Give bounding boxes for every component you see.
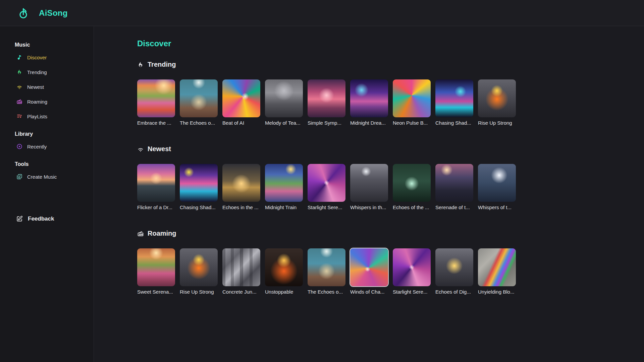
flame-icon bbox=[16, 69, 22, 75]
album-art bbox=[308, 248, 345, 286]
app-window: AiSong MusicDiscoverTrendingNewestRoamin… bbox=[0, 0, 644, 362]
album-art bbox=[222, 248, 260, 286]
song-tile-neon-pulse-b[interactable]: Neon Pulse B... bbox=[393, 79, 431, 126]
song-tile-chasing-shad[interactable]: Chasing Shad... bbox=[180, 164, 218, 210]
song-title: Sweet Serena... bbox=[137, 289, 175, 295]
album-art bbox=[265, 79, 303, 117]
song-tile-the-echoes-o[interactable]: The Echoes o... bbox=[180, 79, 218, 126]
song-tile-sweet-serena[interactable]: Sweet Serena... bbox=[137, 248, 175, 295]
album-art bbox=[265, 164, 303, 202]
music-note-logo-icon bbox=[17, 7, 30, 19]
song-title: Flicker of a Dr... bbox=[137, 204, 175, 210]
song-tile-starlight-sere[interactable]: Starlight Sere... bbox=[393, 248, 431, 295]
sidebar-item-label: Newest bbox=[27, 84, 44, 90]
album-art bbox=[180, 79, 218, 117]
song-tile-winds-of-cha[interactable]: Winds of Cha... bbox=[350, 248, 388, 295]
album-art bbox=[478, 79, 516, 117]
section-title: Newest bbox=[148, 145, 171, 153]
song-tile-echoes-of-dig[interactable]: Echoes of Dig... bbox=[435, 248, 473, 295]
song-tile-beat-of-ai[interactable]: Beat of AI bbox=[222, 79, 260, 126]
song-tile-midnight-train[interactable]: Midnight Train bbox=[265, 164, 303, 210]
song-title: Starlight Sere... bbox=[308, 204, 345, 210]
song-title: Serenade of t... bbox=[435, 204, 473, 210]
section-header: Trending bbox=[137, 61, 631, 68]
song-title: Unstoppable bbox=[265, 289, 303, 295]
song-tile-rise-up-strong[interactable]: Rise Up Strong bbox=[478, 79, 516, 126]
song-tile-serenade-of-t[interactable]: Serenade of t... bbox=[435, 164, 473, 210]
song-title: Concrete Jun... bbox=[222, 289, 260, 295]
song-tile-concrete-jun[interactable]: Concrete Jun... bbox=[222, 248, 260, 295]
song-title: Melody of Tea... bbox=[265, 120, 303, 126]
album-art bbox=[393, 248, 431, 286]
album-art bbox=[222, 164, 260, 202]
album-art bbox=[137, 164, 175, 202]
song-tile-melody-of-tea[interactable]: Melody of Tea... bbox=[265, 79, 303, 126]
song-title: Winds of Cha... bbox=[350, 289, 388, 295]
sidebar-item-label: PlayLists bbox=[27, 114, 47, 119]
song-tile-flicker-of-a-dr[interactable]: Flicker of a Dr... bbox=[137, 164, 175, 210]
song-tile-chasing-shad[interactable]: Chasing Shad... bbox=[435, 79, 473, 126]
wifi-icon bbox=[16, 84, 22, 90]
sidebar-item-discover[interactable]: Discover bbox=[0, 50, 94, 65]
section-newest: NewestFlicker of a Dr...Chasing Shad...E… bbox=[137, 145, 631, 210]
album-art bbox=[393, 164, 431, 202]
tile-row: Flicker of a Dr...Chasing Shad...Echoes … bbox=[137, 164, 631, 210]
sidebar-item-playlists[interactable]: PlayLists bbox=[0, 109, 94, 124]
sections: TrendingEmbrace the ...The Echoes o...Be… bbox=[137, 61, 631, 295]
section-roaming: RoamingSweet Serena...Rise Up StrongConc… bbox=[137, 230, 631, 295]
song-tile-simple-symp[interactable]: Simple Symp... bbox=[308, 79, 345, 126]
sidebar-groups: MusicDiscoverTrendingNewestRoamingPlayLi… bbox=[0, 40, 94, 189]
album-art bbox=[137, 79, 175, 117]
song-title: Midnight Drea... bbox=[350, 120, 388, 126]
tile-row: Embrace the ...The Echoes o...Beat of AI… bbox=[137, 79, 631, 126]
section-header: Newest bbox=[137, 145, 631, 153]
song-title: Beat of AI bbox=[222, 120, 260, 126]
song-title: Whispers in th... bbox=[350, 204, 388, 210]
song-title: Echoes of Dig... bbox=[435, 289, 473, 295]
song-tile-midnight-drea[interactable]: Midnight Drea... bbox=[350, 79, 388, 126]
sidebar-item-create-music[interactable]: Create Music bbox=[0, 169, 94, 184]
song-title: Midnight Train bbox=[265, 204, 303, 210]
sidebar-group-title: Library bbox=[0, 129, 94, 139]
sidebar-item-label: Discover bbox=[27, 55, 47, 60]
album-art bbox=[137, 248, 175, 286]
song-title: Unyielding Blo... bbox=[478, 289, 516, 295]
album-art bbox=[265, 248, 303, 286]
sidebar-item-trending[interactable]: Trending bbox=[0, 65, 94, 79]
song-title: Starlight Sere... bbox=[393, 289, 431, 295]
album-art bbox=[435, 164, 473, 202]
album-art bbox=[435, 79, 473, 117]
song-tile-the-echoes-o[interactable]: The Echoes o... bbox=[308, 248, 345, 295]
album-art bbox=[308, 79, 345, 117]
song-tile-whispers-of-t[interactable]: Whispers of t... bbox=[478, 164, 516, 210]
song-tile-starlight-sere[interactable]: Starlight Sere... bbox=[308, 164, 345, 210]
sidebar-item-newest[interactable]: Newest bbox=[0, 79, 94, 94]
song-tile-unstoppable[interactable]: Unstoppable bbox=[265, 248, 303, 295]
sidebar-item-roaming[interactable]: Roaming bbox=[0, 94, 94, 109]
feedback-label: Feedback bbox=[28, 216, 54, 222]
album-art bbox=[180, 248, 218, 286]
section-trending: TrendingEmbrace the ...The Echoes o...Be… bbox=[137, 61, 631, 126]
song-title: The Echoes o... bbox=[308, 289, 345, 295]
sidebar-item-label: Trending bbox=[27, 69, 47, 75]
sidebar-group-tools: ToolsCreate Music bbox=[0, 159, 94, 184]
song-tile-rise-up-strong[interactable]: Rise Up Strong bbox=[180, 248, 218, 295]
song-title: Chasing Shad... bbox=[180, 204, 218, 210]
song-tile-echoes-in-the[interactable]: Echoes in the ... bbox=[222, 164, 260, 210]
song-tile-embrace-the[interactable]: Embrace the ... bbox=[137, 79, 175, 126]
radio-icon bbox=[137, 230, 144, 237]
album-art bbox=[180, 164, 218, 202]
flame-icon bbox=[137, 61, 144, 68]
page-title: Discover bbox=[137, 39, 631, 48]
play-circle-icon bbox=[16, 143, 22, 149]
music-note-icon bbox=[16, 54, 22, 60]
song-title: Neon Pulse B... bbox=[393, 120, 431, 126]
sidebar-item-label: Create Music bbox=[27, 174, 57, 180]
song-title: Rise Up Strong bbox=[478, 120, 516, 126]
sidebar-item-recently[interactable]: Recently bbox=[0, 139, 94, 154]
feedback-button[interactable]: Feedback bbox=[0, 216, 94, 222]
song-tile-echoes-of-the[interactable]: Echoes of the ... bbox=[393, 164, 431, 210]
song-tile-whispers-in-th[interactable]: Whispers in th... bbox=[350, 164, 388, 210]
song-title: Echoes in the ... bbox=[222, 204, 260, 210]
song-tile-unyielding-blo[interactable]: Unyielding Blo... bbox=[478, 248, 516, 295]
